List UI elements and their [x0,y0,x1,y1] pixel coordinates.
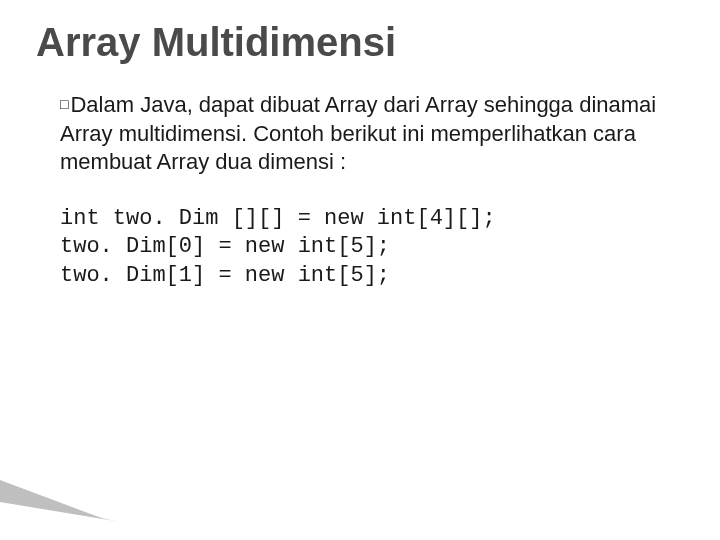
code-block: int two. Dim [][] = new int[4][]; two. D… [60,205,684,291]
bullet-icon: □ [60,96,68,112]
svg-marker-2 [0,502,230,540]
paragraph-lead: Dalam [70,92,134,117]
slide-container: Array Multidimensi □Dalam Java, dapat di… [0,0,720,291]
code-line-2: two. Dim[0] = new int[5]; [60,233,684,262]
slide-title: Array Multidimensi [36,20,684,65]
code-line-3: two. Dim[1] = new int[5]; [60,262,684,291]
svg-marker-1 [0,480,160,540]
svg-marker-0 [0,492,190,540]
corner-decoration [0,480,230,540]
body-paragraph: □Dalam Java, dapat dibuat Array dari Arr… [60,91,684,177]
paragraph-rest: Java, dapat dibuat Array dari Array sehi… [60,92,656,174]
code-line-1: int two. Dim [][] = new int[4][]; [60,205,684,234]
